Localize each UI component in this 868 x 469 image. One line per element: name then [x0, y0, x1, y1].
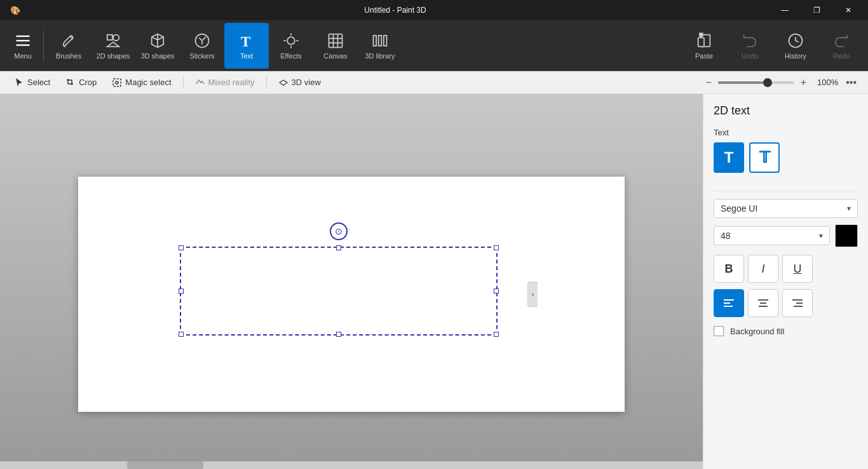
text-selection-box[interactable]: ⊙	[180, 247, 498, 336]
background-fill-row: Background fill	[714, 326, 858, 336]
svg-rect-13	[329, 34, 342, 47]
3d-view-tool[interactable]: 3D view	[272, 76, 327, 90]
panel-collapse-button[interactable]: ›	[527, 282, 538, 307]
magic-select-tool[interactable]: Magic select	[105, 76, 177, 90]
canvas-area[interactable]: ⊙ ›	[0, 94, 703, 469]
svg-rect-35	[794, 306, 803, 307]
zoom-slider-thumb	[763, 78, 772, 87]
toolbar-canvas[interactable]: Canvas	[313, 23, 358, 69]
rotate-circle-icon: ⊙	[330, 222, 348, 240]
paste-button[interactable]: Paste	[682, 23, 726, 69]
handle-bot-right[interactable]	[494, 332, 499, 337]
select-tool[interactable]: Select	[8, 76, 57, 90]
toolbar-3d-library[interactable]: 3D library	[358, 23, 402, 69]
svg-rect-22	[698, 37, 704, 46]
svg-rect-23	[700, 33, 703, 36]
svg-rect-28	[724, 302, 730, 304]
bold-button[interactable]: B	[714, 255, 744, 283]
stickers-icon	[193, 32, 211, 50]
svg-point-8	[287, 37, 295, 44]
font-dropdown-arrow: ▾	[847, 204, 851, 213]
size-dropdown-arrow: ▾	[819, 231, 823, 240]
app-icon: 🎨	[5, 6, 20, 15]
toolbar-text[interactable]: T Text	[224, 23, 269, 69]
close-button[interactable]: ✕	[834, 0, 863, 20]
text-label: Text	[240, 52, 253, 60]
menu-label: Menu	[14, 52, 32, 60]
mixed-reality-tool[interactable]: Mixed reality	[189, 76, 261, 90]
3d-library-icon	[371, 32, 389, 50]
menu-button[interactable]: Menu	[5, 23, 41, 69]
more-options-button[interactable]: •••	[842, 76, 860, 90]
text-type-filled-button[interactable]: T	[714, 142, 744, 173]
toolbar-stickers[interactable]: Stickers	[180, 23, 224, 69]
undo-button[interactable]: Undo	[728, 23, 771, 69]
svg-rect-1	[17, 39, 30, 41]
maximize-button[interactable]: ❐	[802, 0, 831, 20]
svg-point-4	[113, 34, 119, 40]
align-left-button[interactable]	[714, 289, 744, 317]
canvas-label: Canvas	[323, 52, 347, 60]
crop-label: Crop	[79, 78, 97, 87]
redo-button[interactable]: Redo	[820, 23, 863, 69]
zoom-in-button[interactable]: +	[798, 76, 809, 90]
handle-top-left[interactable]	[179, 245, 184, 250]
history-button[interactable]: History	[774, 23, 817, 69]
main-toolbar: Menu Brushes 2D shapes 3D shapes Stic	[0, 20, 868, 71]
background-fill-checkbox[interactable]	[714, 326, 724, 336]
svg-rect-0	[17, 35, 30, 36]
size-dropdown[interactable]: 48 ▾	[714, 226, 830, 245]
handle-mid-right[interactable]	[494, 289, 499, 294]
handle-top-center[interactable]	[336, 245, 341, 250]
mixed-reality-icon	[195, 78, 205, 88]
svg-rect-29	[724, 306, 733, 307]
text-type-row: T 𝕋	[714, 142, 858, 173]
2d-shapes-label: 2D shapes	[97, 52, 130, 60]
font-value: Segoe UI	[721, 203, 757, 214]
2d-shapes-icon	[104, 32, 122, 50]
svg-point-26	[116, 81, 118, 84]
stickers-label: Stickers	[189, 52, 214, 60]
rotate-handle[interactable]: ⊙	[330, 222, 348, 240]
zoom-controls: − + 100% •••	[703, 76, 861, 90]
horizontal-scrollbar[interactable]	[0, 461, 703, 469]
toolbar-brushes[interactable]: Brushes	[46, 23, 91, 69]
svg-rect-30	[758, 299, 768, 301]
align-center-button[interactable]	[748, 289, 778, 317]
drawing-canvas[interactable]: ⊙	[78, 177, 625, 412]
svg-rect-33	[792, 299, 803, 301]
toolbar-effects[interactable]: Effects	[269, 23, 313, 69]
zoom-out-button[interactable]: −	[703, 76, 714, 90]
handle-top-right[interactable]	[494, 245, 499, 250]
font-dropdown[interactable]: Segoe UI ▾	[714, 199, 858, 218]
handle-mid-left[interactable]	[179, 289, 184, 294]
subbar: Select Crop Magic select Mixed reality 3…	[0, 71, 868, 94]
align-right-icon	[791, 297, 804, 309]
text-style-row: B I U	[714, 255, 858, 283]
zoom-slider-fill	[718, 81, 768, 84]
color-swatch[interactable]	[835, 224, 858, 247]
handle-bot-left[interactable]	[179, 332, 184, 337]
toolbar-sep-1	[43, 31, 44, 61]
toolbar-2d-shapes[interactable]: 2D shapes	[91, 23, 135, 69]
panel-title: 2D text	[714, 104, 858, 118]
text-type-outline-button[interactable]: 𝕋	[749, 142, 780, 173]
scrollbar-thumb[interactable]	[127, 461, 203, 469]
zoom-slider[interactable]	[718, 81, 794, 84]
undo-icon	[741, 32, 759, 50]
underline-button[interactable]: U	[782, 255, 813, 283]
menu-icon	[14, 32, 32, 50]
svg-rect-3	[107, 34, 112, 39]
handle-bot-center[interactable]	[336, 332, 341, 337]
panel-divider-1	[714, 191, 858, 191]
paste-label: Paste	[695, 52, 713, 60]
toolbar-3d-shapes[interactable]: 3D shapes	[135, 23, 180, 69]
main-area: ⊙ › 2D text Text T	[0, 94, 868, 469]
minimize-button[interactable]: —	[770, 0, 799, 20]
italic-button[interactable]: I	[748, 255, 778, 283]
redo-icon	[832, 32, 850, 50]
window-title: Untitled - Paint 3D	[20, 6, 770, 15]
window-controls: — ❐ ✕	[770, 0, 863, 20]
align-right-button[interactable]	[782, 289, 813, 317]
crop-tool[interactable]: Crop	[59, 76, 103, 90]
